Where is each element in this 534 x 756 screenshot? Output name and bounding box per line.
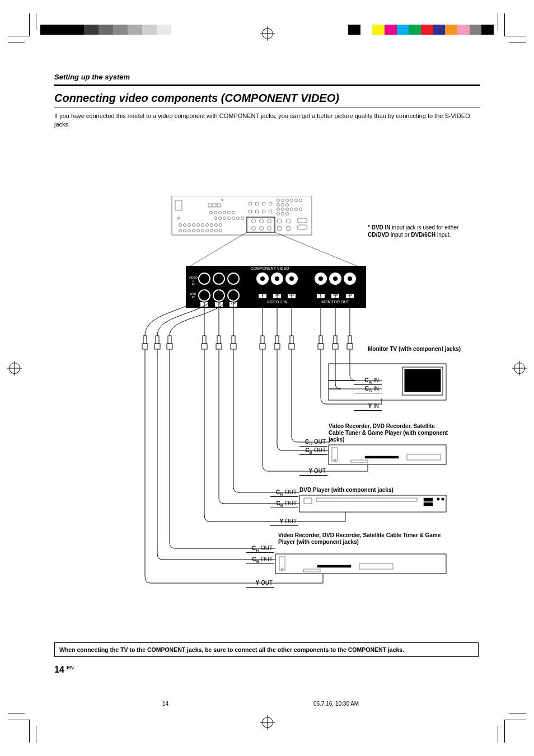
svg-point-71 bbox=[295, 208, 298, 210]
svg-point-91 bbox=[289, 276, 294, 281]
svg-point-97 bbox=[348, 276, 352, 281]
sig: CR OUT bbox=[239, 545, 273, 553]
svg-point-34 bbox=[197, 229, 200, 232]
svg-point-19 bbox=[241, 217, 244, 219]
svg-point-54 bbox=[277, 219, 282, 223]
svg-point-39 bbox=[219, 229, 222, 232]
svg-point-17 bbox=[232, 217, 235, 219]
svg-rect-134 bbox=[348, 336, 352, 344]
svg-rect-124 bbox=[261, 336, 264, 344]
registration-mark-icon bbox=[9, 363, 20, 374]
svg-point-12 bbox=[232, 211, 235, 214]
svg-rect-133 bbox=[332, 344, 338, 349]
svg-rect-2 bbox=[208, 204, 212, 207]
svg-point-61 bbox=[291, 199, 293, 201]
svg-point-32 bbox=[188, 229, 191, 232]
svg-point-50 bbox=[268, 219, 271, 223]
svg-point-28 bbox=[215, 223, 218, 226]
svg-point-6 bbox=[177, 217, 180, 219]
svg-point-46 bbox=[262, 210, 265, 213]
sig: Y IN bbox=[345, 403, 379, 409]
svg-point-57 bbox=[286, 226, 291, 231]
svg-point-67 bbox=[277, 208, 280, 210]
svg-point-89 bbox=[275, 276, 279, 281]
svg-point-36 bbox=[206, 229, 209, 232]
svg-rect-131 bbox=[318, 344, 324, 349]
col-header-1: VIDEO 2 IN bbox=[259, 300, 296, 304]
row-label-2: DVDIN bbox=[188, 292, 199, 299]
col-header-2: MONITOR OUT bbox=[317, 300, 354, 304]
svg-point-23 bbox=[193, 223, 195, 226]
svg-point-66 bbox=[286, 203, 289, 206]
svg-point-68 bbox=[282, 208, 284, 210]
svg-point-47 bbox=[269, 210, 272, 213]
svg-point-87 bbox=[260, 276, 265, 281]
svg-rect-158 bbox=[424, 498, 433, 501]
svg-point-49 bbox=[260, 219, 264, 223]
svg-line-79 bbox=[186, 232, 247, 269]
registration-mark-icon bbox=[262, 717, 273, 728]
svg-point-43 bbox=[269, 202, 272, 205]
svg-rect-120 bbox=[217, 336, 221, 344]
svg-rect-125 bbox=[260, 344, 265, 349]
svg-point-98 bbox=[199, 290, 210, 301]
sig: CR OUT bbox=[292, 439, 326, 447]
svg-rect-123 bbox=[231, 344, 236, 349]
svg-point-29 bbox=[219, 223, 222, 226]
svg-point-60 bbox=[286, 199, 289, 201]
svg-point-7 bbox=[210, 211, 213, 214]
svg-point-22 bbox=[188, 223, 191, 226]
svg-rect-150 bbox=[275, 554, 446, 574]
svg-point-70 bbox=[291, 208, 293, 210]
svg-point-21 bbox=[184, 223, 186, 226]
divider bbox=[54, 107, 480, 107]
svg-point-83 bbox=[199, 273, 210, 284]
svg-rect-129 bbox=[289, 344, 294, 349]
color-strip-right bbox=[348, 25, 494, 35]
svg-rect-76 bbox=[297, 218, 307, 223]
registration-mark-icon bbox=[514, 363, 525, 374]
svg-point-85 bbox=[228, 273, 239, 284]
svg-point-33 bbox=[193, 229, 195, 232]
svg-rect-153 bbox=[365, 456, 399, 458]
vcr2-label: Video Recorder, DVD Recorder, Satellite … bbox=[278, 532, 446, 546]
footer-timestamp: 05.7.16, 10:30 AM bbox=[313, 701, 359, 707]
svg-rect-0 bbox=[172, 196, 312, 235]
vcr1-label: Video Recorder, DVD Recorder, Satellite … bbox=[329, 423, 449, 443]
svg-rect-122 bbox=[232, 336, 235, 344]
svg-point-15 bbox=[223, 217, 226, 219]
svg-point-13 bbox=[214, 217, 217, 219]
sig: Y OUT bbox=[292, 468, 326, 474]
svg-point-99 bbox=[213, 290, 224, 301]
svg-rect-118 bbox=[203, 336, 206, 344]
svg-point-51 bbox=[252, 226, 256, 230]
svg-point-75 bbox=[286, 212, 289, 215]
svg-point-48 bbox=[252, 219, 256, 223]
svg-point-63 bbox=[299, 199, 302, 201]
svg-rect-126 bbox=[275, 336, 279, 344]
svg-rect-78 bbox=[247, 217, 275, 232]
svg-point-31 bbox=[184, 229, 186, 232]
svg-point-41 bbox=[255, 202, 259, 205]
svg-point-69 bbox=[286, 208, 289, 210]
svg-point-45 bbox=[255, 210, 259, 213]
jack-row-dvd bbox=[199, 290, 239, 301]
svg-point-11 bbox=[228, 211, 231, 214]
sig: CB OUT bbox=[239, 556, 273, 564]
note-box: When connecting the TV to the COMPONENT … bbox=[54, 642, 479, 657]
svg-point-100 bbox=[228, 290, 239, 301]
monitor-tv-label: Monitor TV (with component jacks) bbox=[368, 346, 488, 353]
svg-point-38 bbox=[215, 229, 218, 232]
svg-point-25 bbox=[202, 223, 204, 226]
svg-point-40 bbox=[249, 202, 252, 205]
svg-rect-117 bbox=[167, 344, 172, 349]
svg-rect-161 bbox=[442, 498, 444, 500]
svg-point-20 bbox=[179, 223, 182, 226]
sig: Y OUT bbox=[263, 518, 297, 524]
svg-point-64 bbox=[277, 203, 280, 206]
svg-point-59 bbox=[282, 199, 284, 201]
svg-rect-121 bbox=[216, 344, 222, 349]
divider bbox=[54, 84, 480, 86]
svg-point-73 bbox=[277, 212, 280, 215]
color-strip-left bbox=[40, 25, 186, 35]
